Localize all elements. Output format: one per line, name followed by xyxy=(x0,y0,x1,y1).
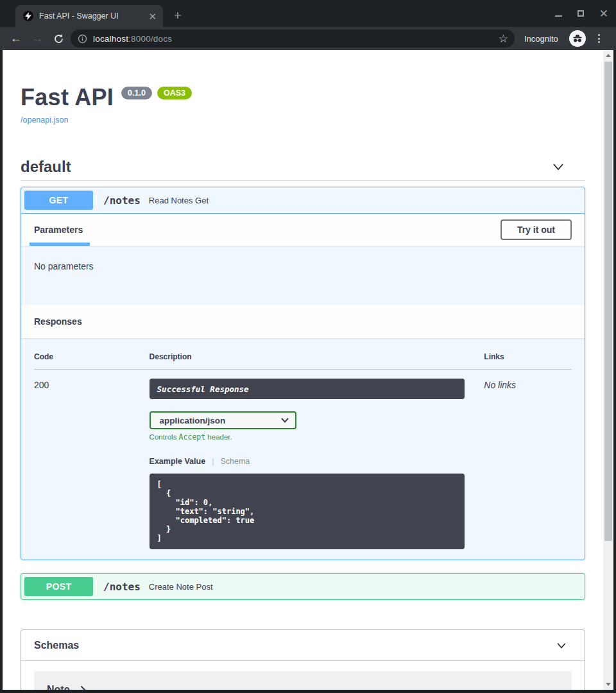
column-links: Links xyxy=(484,352,572,361)
responses-table-header: Code Description Links xyxy=(34,338,572,370)
openapi-spec-link[interactable]: /openapi.json xyxy=(21,116,68,124)
opblock-post-notes: POST /notes Create Note Post xyxy=(21,573,585,600)
url-text[interactable]: localhost:8000/docs xyxy=(93,34,172,44)
page-info-icon[interactable] xyxy=(78,34,87,44)
browser-menu-icon[interactable] xyxy=(595,27,603,50)
responses-header: Responses xyxy=(21,305,585,338)
scrollbar-down-arrow-icon[interactable] xyxy=(606,683,611,686)
column-code: Code xyxy=(34,352,150,361)
parameters-tab-underline xyxy=(30,243,90,246)
version-badge: 0.1.0 xyxy=(121,87,152,99)
window-controls: ✕ xyxy=(555,0,608,27)
tab-strip: Fast API - Swagger UI ✕ + ✕ xyxy=(0,0,616,27)
tab-example-value[interactable]: Example Value xyxy=(150,457,206,466)
response-row-200: 200 Successful Response application/json… xyxy=(34,370,572,549)
get-summary-row[interactable]: GET /notes Read Notes Get xyxy=(21,187,585,214)
column-description: Description xyxy=(150,352,484,361)
get-path: /notes xyxy=(103,194,141,207)
schemas-body: Note xyxy=(21,661,585,690)
url-host: localhost xyxy=(93,34,128,44)
response-code: 200 xyxy=(34,379,150,390)
schemas-header[interactable]: Schemas xyxy=(21,630,585,661)
opblock-get-notes: GET /notes Read Notes Get Parameters Try… xyxy=(21,187,585,560)
browser-toolbar: ← → localhost:8000/docs ☆ Incognito xyxy=(0,27,616,50)
parameters-tab[interactable]: Parameters xyxy=(34,225,83,235)
responses-body: Code Description Links 200 Successful Re… xyxy=(21,338,585,560)
scrollbar-thumb[interactable] xyxy=(604,62,612,541)
post-method-badge: POST xyxy=(24,577,93,596)
swagger-ui: Fast API 0.1.0 OAS3 /openapi.json defaul… xyxy=(21,50,585,690)
example-schema-tabs: Example Value | Schema xyxy=(150,457,484,466)
api-info: Fast API 0.1.0 OAS3 /openapi.json xyxy=(21,50,585,125)
oas3-badge: OAS3 xyxy=(157,87,192,99)
accept-header-note: Controls Accept header. xyxy=(150,432,484,441)
new-tab-button[interactable]: + xyxy=(169,6,187,24)
media-type-value: application/json xyxy=(160,416,226,425)
response-description-cell: Successful Response application/json Con… xyxy=(150,379,484,549)
accept-note-prefix: Controls xyxy=(150,433,179,441)
get-method-badge: GET xyxy=(24,191,93,210)
address-bar[interactable]: localhost:8000/docs ☆ xyxy=(71,30,515,47)
tab-title: Fast API - Swagger UI xyxy=(39,12,142,21)
close-window-icon[interactable]: ✕ xyxy=(599,8,608,19)
accept-note-code: Accept xyxy=(179,432,206,441)
tab-separator: | xyxy=(212,457,214,466)
response-description-box: Successful Response xyxy=(150,379,465,399)
forward-icon[interactable]: → xyxy=(29,27,46,50)
post-path: /notes xyxy=(103,581,141,593)
responses-title: Responses xyxy=(34,316,82,327)
back-icon[interactable]: ← xyxy=(8,27,24,50)
schemas-section: Schemas Note xyxy=(21,629,585,690)
tab-schema[interactable]: Schema xyxy=(220,457,250,466)
reload-icon[interactable] xyxy=(50,27,67,50)
schemas-title: Schemas xyxy=(34,640,79,651)
media-type-select[interactable]: application/json xyxy=(150,411,296,429)
scrollbar-up-arrow-icon[interactable] xyxy=(606,54,611,57)
accept-note-suffix: header. xyxy=(205,433,232,441)
scrollbar[interactable] xyxy=(603,50,613,690)
parameters-header: Parameters Try it out xyxy=(21,214,585,246)
fastapi-favicon-icon xyxy=(23,11,33,21)
post-summary-row[interactable]: POST /notes Create Note Post xyxy=(21,574,585,599)
no-parameters-message: No parameters xyxy=(21,246,585,305)
model-expand-icon[interactable] xyxy=(80,685,86,690)
minimize-icon[interactable] xyxy=(555,15,562,17)
response-description-text: Successful Response xyxy=(157,384,249,394)
page-viewport: Fast API 0.1.0 OAS3 /openapi.json defaul… xyxy=(3,50,613,690)
page-title: Fast API xyxy=(21,85,114,110)
bookmark-star-icon[interactable]: ☆ xyxy=(499,33,508,44)
schemas-chevron-down-icon[interactable] xyxy=(555,639,568,652)
model-note-name: Note xyxy=(47,684,70,690)
incognito-label: Incognito xyxy=(524,27,558,50)
tab-close-icon[interactable]: ✕ xyxy=(148,12,157,21)
tag-section-header[interactable]: default xyxy=(21,158,585,181)
model-note[interactable]: Note xyxy=(34,671,572,690)
tag-name: default xyxy=(21,158,71,175)
url-path: :8000/docs xyxy=(128,34,172,44)
maximize-icon[interactable] xyxy=(578,10,584,17)
chevron-down-icon[interactable] xyxy=(551,159,566,175)
get-summary-text: Read Notes Get xyxy=(149,196,209,205)
try-it-out-button[interactable]: Try it out xyxy=(501,219,572,240)
browser-tab[interactable]: Fast API - Swagger UI ✕ xyxy=(15,5,163,27)
incognito-icon xyxy=(569,30,586,47)
select-chevron-icon xyxy=(281,418,289,423)
example-json-block: [ { "id": 0, "text": "string", "complete… xyxy=(150,474,465,549)
response-links-cell: No links xyxy=(484,379,572,390)
post-summary-text: Create Note Post xyxy=(149,582,213,592)
